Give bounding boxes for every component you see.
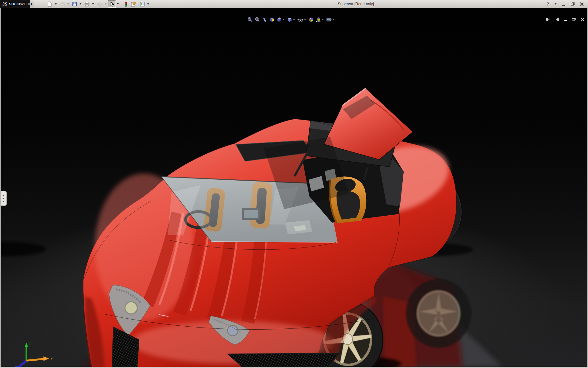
select-dropdown[interactable] (117, 3, 119, 5)
restore-icon (572, 18, 576, 21)
title-bar: 3S SOLID WORKS (0, 0, 588, 8)
help-button[interactable]: ? (545, 1, 551, 7)
open-button[interactable] (58, 0, 66, 8)
hide-show-items-dropdown[interactable] (304, 19, 306, 20)
doc-restore-button[interactable] (571, 17, 576, 21)
collapse-arrow-icon (2, 201, 4, 202)
doc-close-button[interactable] (580, 17, 585, 21)
pane-right-icon (555, 18, 559, 21)
minimize-icon (562, 5, 565, 6)
panel-splitter[interactable] (3, 8, 3, 367)
pane-expand-button[interactable] (554, 17, 559, 21)
display-style-dropdown[interactable] (293, 19, 295, 20)
brand-bold: SOLID (9, 2, 20, 6)
previous-view-button[interactable] (262, 17, 268, 23)
graphics-viewport[interactable]: Y X Z *Dimetric (0, 8, 588, 367)
pane-left-icon (546, 18, 550, 21)
hide-show-items-icon (297, 17, 303, 22)
view-settings-dropdown[interactable] (333, 19, 334, 20)
close-icon (580, 2, 584, 6)
display-style-button[interactable] (287, 17, 296, 23)
print-button[interactable] (83, 0, 91, 8)
options-button[interactable] (138, 0, 146, 8)
document-window-controls (546, 17, 585, 21)
traffic-light-icon (124, 2, 128, 7)
minimize-icon (564, 20, 567, 21)
solidworks-logo: 3S SOLID WORKS (0, 0, 30, 8)
heads-up-view-toolbar (247, 17, 335, 23)
undo-dropdown[interactable] (105, 3, 107, 5)
save-floppy-icon (72, 2, 77, 7)
close-button[interactable] (579, 1, 585, 7)
options-dropdown[interactable] (147, 3, 149, 5)
display-style-icon (287, 17, 292, 22)
view-settings-button[interactable] (326, 17, 335, 23)
view-orientation-icon (277, 17, 282, 22)
zoom-to-area-icon (254, 17, 260, 22)
print-icon (84, 2, 90, 7)
edit-appearance-button[interactable] (308, 17, 314, 23)
undo-button[interactable] (96, 0, 104, 8)
restore-button[interactable] (570, 1, 576, 7)
flyout-arrow-icon (31, 3, 33, 5)
new-button[interactable] (46, 0, 54, 8)
view-orientation-dropdown[interactable] (283, 19, 285, 20)
triad-x-label: X (50, 357, 53, 361)
window-controls: ? (545, 0, 585, 8)
open-folder-icon (59, 2, 65, 7)
save-button[interactable] (71, 0, 78, 8)
select-button[interactable] (108, 0, 116, 8)
reference-triad: Y X Z (4, 341, 53, 367)
undo-icon (97, 2, 102, 7)
standard-toolbar (46, 0, 150, 8)
edit-appearance-icon (308, 17, 314, 22)
print-dropdown[interactable] (92, 3, 94, 5)
open-dropdown[interactable] (67, 3, 69, 5)
zoom-to-fit-button[interactable] (247, 17, 253, 23)
view-orientation-button[interactable] (276, 17, 285, 23)
window-title: Supercar [Read-only] (338, 0, 374, 8)
3ds-logo-glyph: 3S (2, 2, 7, 6)
apply-scene-dropdown[interactable] (322, 19, 324, 20)
close-icon (581, 17, 584, 21)
help-dropdown[interactable] (555, 3, 556, 5)
wheel-reflection (406, 279, 471, 348)
restore-icon (571, 2, 575, 6)
solidworks-window: Y X Z *Dimetric 3S SOLID WORKS (0, 0, 588, 368)
minimize-button[interactable] (560, 1, 567, 7)
collapse-arrow-icon (2, 197, 4, 199)
zoom-to-fit-icon (247, 17, 253, 22)
new-document-icon (47, 2, 52, 7)
apply-scene-icon (316, 17, 321, 22)
section-view-icon (269, 17, 275, 22)
triad-y-label: Y (28, 342, 31, 346)
options-icon (140, 2, 145, 7)
rebuild-button[interactable] (123, 0, 129, 8)
view-settings-icon (326, 17, 332, 22)
new-dropdown[interactable] (55, 3, 57, 5)
previous-view-icon (262, 17, 267, 22)
zoom-to-area-button[interactable] (254, 17, 260, 23)
menu-flyout-button[interactable] (30, 1, 34, 7)
collapse-arrow-icon (2, 194, 4, 196)
window-border-left (0, 8, 1, 368)
doc-minimize-button[interactable] (563, 17, 568, 21)
viewport-3d-scene[interactable] (0, 8, 588, 367)
apply-scene-button[interactable] (315, 17, 325, 23)
save-dropdown[interactable] (80, 3, 81, 5)
hide-show-items-button[interactable] (297, 17, 307, 23)
file-properties-icon (131, 2, 137, 7)
select-cursor-icon (109, 2, 115, 7)
file-properties-button[interactable] (130, 0, 138, 8)
window-border-bottom (0, 367, 588, 368)
pane-collapse-button[interactable] (546, 17, 551, 21)
feature-manager-collapsed-tab[interactable] (0, 191, 7, 206)
section-view-button[interactable] (269, 17, 275, 23)
